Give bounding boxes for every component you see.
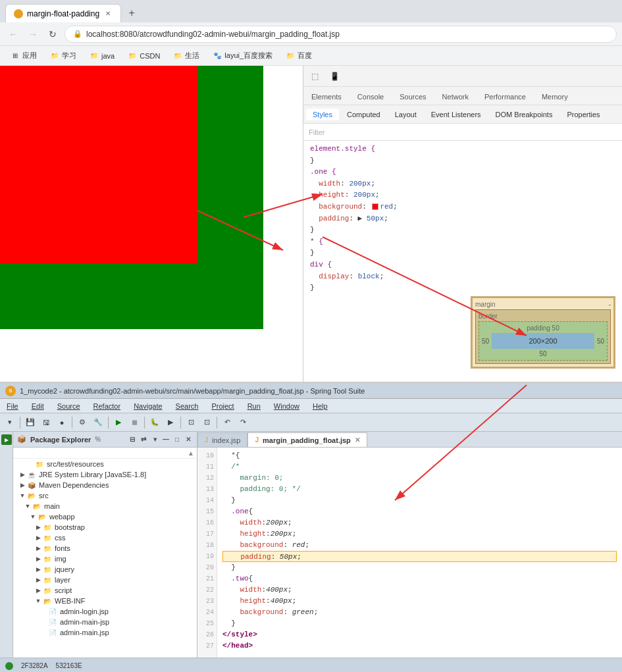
- back-button[interactable]: ←: [5, 26, 21, 42]
- subtab-layout[interactable]: Layout: [388, 109, 423, 120]
- editor-tab-margin[interactable]: J margin_padding_float.jsp ✕: [247, 432, 367, 447]
- browser-tab-active[interactable]: margin-float-padding ✕: [5, 4, 121, 22]
- menu-navigate[interactable]: Navigate: [131, 401, 165, 411]
- toolbar-run-btn[interactable]: ▶: [111, 415, 126, 430]
- bookmark-java[interactable]: 📁 java: [84, 50, 120, 62]
- address-bar[interactable]: 🔒 localhost:8080/atcrowdfunding02-admin-…: [65, 26, 617, 43]
- subtab-dom-breakpoints[interactable]: DOM Breakpoints: [489, 109, 559, 120]
- toolbar-btn-7[interactable]: 🐛: [147, 415, 162, 430]
- menu-file[interactable]: File: [4, 401, 21, 411]
- status-item-2: 532163E: [56, 662, 82, 669]
- menu-help[interactable]: Help: [310, 401, 330, 411]
- tree-item-webinf[interactable]: ▼ 📂 WEB-INF: [13, 596, 197, 606]
- view-menu-icon[interactable]: ▾: [150, 435, 159, 444]
- tree-item-admin-main-jsp[interactable]: 📄 admin-main-jsp: [13, 617, 197, 627]
- tab-elements[interactable]: Elements: [303, 90, 350, 105]
- tab-network[interactable]: Network: [434, 90, 477, 105]
- tree-item-src[interactable]: ▼ 📂 src: [13, 490, 197, 501]
- toolbar-btn-6[interactable]: 🔧: [91, 415, 105, 430]
- tree-label: img: [55, 555, 66, 563]
- tab-close-button[interactable]: ✕: [103, 9, 113, 18]
- browser-nav: ← → ↻ 🔒 localhost:8080/atcrowdfunding02-…: [0, 22, 622, 46]
- bookmark-study[interactable]: 📁 学习: [45, 49, 82, 62]
- tab-close-editor[interactable]: ✕: [355, 436, 360, 444]
- code-line-6: background: red;: [309, 201, 617, 213]
- tab-label: index.jsp: [212, 436, 240, 444]
- tab-memory[interactable]: Memory: [534, 90, 576, 105]
- tree-item-script[interactable]: ▶ 📁 script: [13, 585, 197, 596]
- jre-icon: ☕: [26, 470, 37, 479]
- bookmark-baidu[interactable]: 📁 百度: [280, 49, 317, 62]
- tree-item-test-resources[interactable]: 📁 src/test/resources: [13, 459, 197, 469]
- toolbar-btn-4[interactable]: ●: [55, 415, 69, 430]
- refresh-button[interactable]: ↻: [45, 26, 61, 42]
- subtab-properties[interactable]: Properties: [560, 109, 606, 120]
- code-line-25: }: [222, 618, 617, 629]
- bookmark-csdn[interactable]: 📁 CSDN: [122, 50, 165, 62]
- menu-search[interactable]: Search: [173, 401, 201, 411]
- menu-window[interactable]: Window: [271, 401, 302, 411]
- tree-item-jquery[interactable]: ▶ 📁 jquery: [13, 564, 197, 575]
- toolbar-stop-btn[interactable]: ◼: [127, 415, 142, 430]
- toolbar-btn-10[interactable]: ⊡: [199, 415, 214, 430]
- toolbar-btn-11[interactable]: ↶: [220, 415, 234, 430]
- tree-item-admin-login[interactable]: 📄 admin-login.jsp: [13, 606, 197, 617]
- subtab-computed[interactable]: Computed: [340, 109, 387, 120]
- sidebar-power-btn[interactable]: ▶: [1, 434, 12, 445]
- inspect-icon[interactable]: ⬚: [309, 70, 321, 82]
- minimize-icon[interactable]: —: [161, 435, 170, 444]
- webpage-preview: [0, 66, 303, 382]
- code-line-12: margin: 0;: [222, 473, 617, 484]
- code-line-18: background: red;: [222, 540, 617, 551]
- maximize-icon[interactable]: □: [172, 435, 182, 444]
- tree-item-admin-main[interactable]: 📄 admin-main.jsp: [13, 627, 197, 638]
- link-with-editor-icon[interactable]: ⇄: [139, 435, 148, 444]
- tab-performance[interactable]: Performance: [477, 90, 534, 105]
- tree-item-img[interactable]: ▶ 📁 img: [13, 554, 197, 564]
- forward-button[interactable]: →: [25, 26, 41, 42]
- tree-item-fonts[interactable]: ▶ 📁 fonts: [13, 543, 197, 554]
- scroll-up-icon[interactable]: ▲: [188, 450, 194, 457]
- menu-run[interactable]: Run: [245, 401, 263, 411]
- tree-item-layer[interactable]: ▶ 📁 layer: [13, 575, 197, 585]
- css-icon: 📁: [42, 533, 53, 542]
- subtab-event-listeners[interactable]: Event Listeners: [425, 109, 488, 120]
- folder-icon: 📁: [34, 459, 45, 469]
- editor-tab-index[interactable]: J index.jsp: [197, 432, 247, 447]
- code-line-11: /*: [222, 461, 617, 473]
- toolbar-btn-3[interactable]: 🖫: [39, 415, 53, 430]
- menu-refactor[interactable]: Refactor: [91, 401, 124, 411]
- tree-item-css[interactable]: ▶ 📁 css: [13, 532, 197, 543]
- tree-item-jre[interactable]: ▶ ☕ JRE System Library [JavaSE-1.8]: [13, 469, 197, 480]
- tree-item-bootstrap[interactable]: ▶ 📁 bootstrap: [13, 522, 197, 532]
- toolbar-btn-2[interactable]: 💾: [23, 415, 38, 430]
- code-line-8: }: [309, 224, 617, 236]
- toolbar-btn-8[interactable]: ▶: [163, 415, 178, 430]
- bookmark-life[interactable]: 📁 生活: [168, 49, 205, 62]
- bookmark-apps[interactable]: ⊞ 应用: [5, 49, 42, 62]
- close-panel-icon[interactable]: ✕: [184, 435, 193, 444]
- ide-menubar: File Edit Source Refactor Navigate Searc…: [0, 399, 622, 413]
- toolbar-btn-9[interactable]: ⊡: [184, 415, 198, 430]
- menu-project[interactable]: Project: [209, 401, 236, 411]
- toolbar-btn-12[interactable]: ↷: [236, 415, 250, 430]
- menu-source[interactable]: Source: [55, 401, 83, 411]
- device-icon[interactable]: 📱: [328, 70, 340, 82]
- tab-sources[interactable]: Sources: [392, 90, 434, 105]
- img-icon: 📁: [42, 554, 53, 563]
- code-line-24: background: green;: [222, 607, 617, 618]
- bookmark-layui[interactable]: 🐾 layui_百度搜索: [207, 49, 278, 62]
- toolbar-btn-5[interactable]: ⚙: [75, 415, 90, 430]
- tab-console[interactable]: Console: [350, 90, 392, 105]
- toolbar-btn-1[interactable]: ▾: [3, 415, 17, 430]
- tree-item-maven[interactable]: ▶ 📦 Maven Dependencies: [13, 480, 197, 490]
- tree-item-main[interactable]: ▼ 📂 main: [13, 501, 197, 511]
- collapse-all-icon[interactable]: ⊟: [128, 435, 137, 444]
- devtools-filter[interactable]: Filter: [303, 124, 622, 141]
- menu-edit[interactable]: Edit: [29, 401, 47, 411]
- layer-icon: 📁: [42, 575, 53, 584]
- tree-item-webapp[interactable]: ▼ 📂 webapp: [13, 511, 197, 522]
- devtools-toolbar: ⬚ 📱: [303, 66, 622, 87]
- new-tab-button[interactable]: +: [122, 4, 141, 22]
- subtab-styles[interactable]: Styles: [306, 109, 339, 120]
